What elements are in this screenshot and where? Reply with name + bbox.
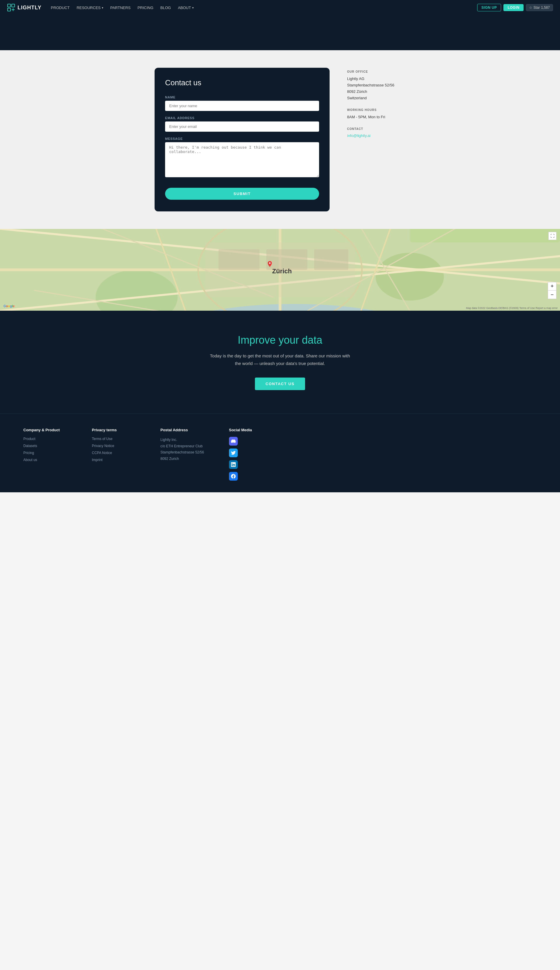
footer-address: Lightly Inc. c/o ETH Entrepreneur Club S… — [160, 437, 217, 462]
signup-button[interactable]: SIGN UP — [477, 4, 502, 12]
office-address-section: OUR OFFICE Lightly AG Stampfenbachstrass… — [347, 70, 405, 101]
contact-email[interactable]: info@lightly.ai — [347, 134, 370, 138]
nav-resources[interactable]: RESOURCES ▾ — [77, 5, 103, 10]
nav-blog[interactable]: BLOG — [160, 5, 171, 10]
footer-col2-title: Privacy terms — [92, 428, 149, 432]
contact-title: Contact us — [165, 78, 319, 87]
message-label: MESSAGE — [165, 137, 319, 140]
cta-section: Improve your data Today is the day to ge… — [0, 311, 560, 413]
social-icons — [229, 437, 286, 481]
footer-col3-title: Postal Address — [160, 428, 217, 432]
github-star-button[interactable]: ☆ Star 1,587 — [526, 4, 553, 11]
footer-link-imprint[interactable]: Imprint — [92, 458, 149, 462]
nav-pricing[interactable]: PRICING — [138, 5, 153, 10]
cta-title: Improve your data — [12, 334, 548, 346]
footer-link-product[interactable]: Product — [23, 437, 80, 441]
github-star-count: 1,587 — [541, 5, 550, 10]
footer-link-privacy[interactable]: Privacy Notice — [92, 444, 149, 448]
contact-us-button[interactable]: CONTACT US — [255, 378, 305, 390]
map-pin-icon — [267, 261, 273, 268]
navbar: LIGHTLY PRODUCT RESOURCES ▾ PARTNERS PRI… — [0, 0, 560, 15]
map-fullscreen-button[interactable]: ⛶ — [548, 232, 557, 240]
name-input[interactable] — [165, 101, 319, 111]
footer-link-pricing[interactable]: Pricing — [23, 451, 80, 455]
footer-col1-title: Company & Product — [23, 428, 80, 432]
cta-description: Today is the day to get the most out of … — [207, 352, 353, 367]
footer-link-terms[interactable]: Terms of Use — [92, 437, 149, 441]
chevron-down-icon: ▾ — [102, 6, 103, 9]
svg-point-27 — [269, 263, 271, 264]
nav-links: PRODUCT RESOURCES ▾ PARTNERS PRICING BLO… — [51, 5, 477, 10]
hero-banner — [0, 15, 560, 50]
email-input[interactable] — [165, 122, 319, 132]
contact-label: CONTACT — [347, 127, 405, 130]
svg-rect-1 — [8, 8, 10, 11]
discord-icon[interactable] — [229, 437, 238, 446]
name-form-group: NAME — [165, 95, 319, 111]
footer: Company & Product Product Datasets Prici… — [0, 413, 560, 492]
message-textarea[interactable] — [165, 142, 319, 177]
working-hours-text: 8AM - 5PM, Mon to Fri — [347, 114, 405, 120]
message-form-group: MESSAGE — [165, 137, 319, 178]
map-zoom-in-button[interactable]: + — [548, 283, 556, 291]
svg-point-11 — [376, 253, 444, 301]
map-zoom-controls: + − — [548, 282, 557, 299]
submit-button[interactable]: SUBMIT — [165, 188, 319, 200]
office-info: OUR OFFICE Lightly AG Stampfenbachstrass… — [347, 68, 405, 211]
logo-text: LIGHTLY — [18, 5, 42, 11]
contact-info-section: CONTACT info@lightly.ai — [347, 127, 405, 138]
svg-rect-24 — [218, 249, 259, 270]
working-hours-label: WORKING HOURS — [347, 108, 405, 112]
nav-product[interactable]: PRODUCT — [51, 5, 69, 10]
map-city-label: Zürich — [272, 268, 292, 275]
map-section: Zürich ⛶ + − Google Map data ©2022 GeoBa… — [0, 229, 560, 311]
footer-link-datasets[interactable]: Datasets — [23, 444, 80, 448]
office-label: OUR OFFICE — [347, 70, 405, 73]
contact-card: Contact us NAME EMAIL ADDRESS MESSAGE SU… — [155, 68, 330, 211]
name-label: NAME — [165, 95, 319, 99]
logo-icon — [7, 3, 15, 12]
footer-link-about[interactable]: About us — [23, 458, 80, 462]
svg-rect-0 — [8, 4, 10, 7]
footer-col-privacy: Privacy terms Terms of Use Privacy Notic… — [92, 428, 149, 481]
star-icon: ☆ — [529, 5, 532, 10]
linkedin-icon[interactable] — [229, 460, 238, 469]
github-star-label: Star — [533, 5, 540, 10]
login-button[interactable]: LOGIN — [503, 4, 523, 11]
footer-col4-title: Social Media — [229, 428, 286, 432]
footer-col-social: Social Media — [229, 428, 286, 481]
google-logo: Google — [3, 304, 15, 308]
email-form-group: EMAIL ADDRESS — [165, 116, 319, 132]
svg-rect-2 — [12, 4, 15, 7]
nav-about[interactable]: ABOUT ▾ — [178, 5, 194, 10]
svg-rect-9 — [410, 229, 560, 242]
footer-grid: Company & Product Product Datasets Prici… — [23, 428, 286, 481]
map-zoom-out-button[interactable]: − — [548, 291, 556, 299]
logo[interactable]: LIGHTLY — [7, 3, 42, 12]
footer-col-company: Company & Product Product Datasets Prici… — [23, 428, 80, 481]
email-label: EMAIL ADDRESS — [165, 116, 319, 120]
nav-partners[interactable]: PARTNERS — [110, 5, 131, 10]
footer-col-address: Postal Address Lightly Inc. c/o ETH Entr… — [160, 428, 217, 481]
main-content: Contact us NAME EMAIL ADDRESS MESSAGE SU… — [0, 50, 560, 229]
svg-rect-26 — [314, 249, 348, 270]
office-address: Lightly AG Stampfenbachstrasse 52/56 809… — [347, 75, 405, 101]
contact-section: Contact us NAME EMAIL ADDRESS MESSAGE SU… — [155, 68, 405, 211]
map-attribution: Map data ©2022 GeoBasis-DE/BKG (©2009) T… — [466, 307, 558, 309]
map-placeholder: Zürich ⛶ + − Google Map data ©2022 GeoBa… — [0, 229, 560, 311]
twitter-icon[interactable] — [229, 448, 238, 457]
chevron-down-icon-2: ▾ — [192, 6, 194, 9]
nav-actions: SIGN UP LOGIN ☆ Star 1,587 — [477, 4, 553, 12]
facebook-icon[interactable] — [229, 472, 238, 481]
footer-link-ccpa[interactable]: CCPA Notice — [92, 451, 149, 455]
working-hours-section: WORKING HOURS 8AM - 5PM, Mon to Fri — [347, 108, 405, 120]
